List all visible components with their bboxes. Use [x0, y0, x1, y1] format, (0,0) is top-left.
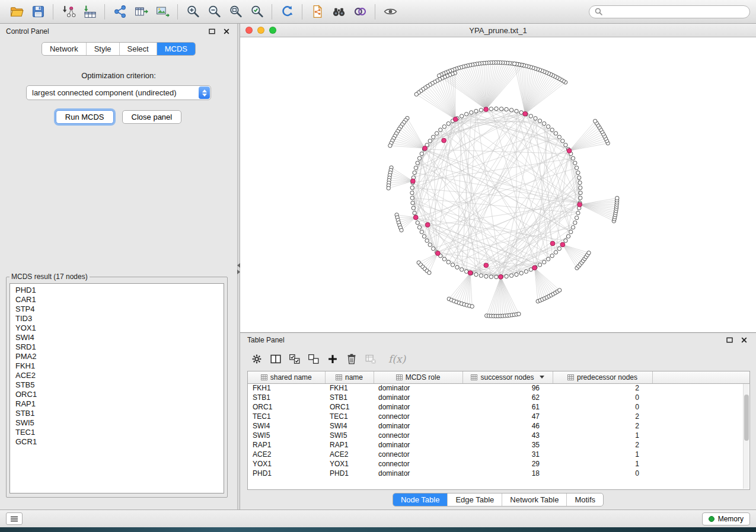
run-mcds-button[interactable]: Run MCDS	[56, 110, 114, 124]
search-box[interactable]	[589, 5, 750, 18]
function-builder-label[interactable]: f(x)	[388, 353, 406, 365]
gear-icon	[250, 352, 263, 366]
network-graph[interactable]	[240, 37, 756, 332]
tab-network-table[interactable]: Network Table	[502, 493, 567, 506]
mcds-result-item[interactable]: TID3	[15, 314, 218, 323]
columns-button[interactable]	[266, 350, 285, 368]
mcds-result-item[interactable]: ACE2	[15, 371, 218, 380]
splitter-collapse-icon[interactable]	[237, 263, 240, 274]
mcds-result-item[interactable]: STP4	[15, 305, 218, 314]
column-header-successor-nodes[interactable]: successor nodes	[462, 371, 553, 383]
export-network-button[interactable]	[109, 2, 130, 21]
mcds-result-list[interactable]: PHD1CAR1STP4TID3YOX1SWI4SRD1PMA2FKH1ACE2…	[9, 283, 224, 493]
export-table-button[interactable]	[130, 2, 152, 21]
zoom-selected-button[interactable]	[246, 2, 267, 21]
mcds-result-item[interactable]: STB1	[15, 409, 218, 418]
status-menu-button[interactable]	[6, 512, 23, 525]
table-row[interactable]: ORC1ORC1dominator610	[248, 402, 749, 412]
gear-button[interactable]	[247, 350, 266, 368]
table-cell-filler	[652, 383, 749, 393]
table-row[interactable]: PHD1PHD1dominator180	[248, 469, 749, 478]
mcds-result-item[interactable]: RAP1	[15, 399, 218, 409]
table-row[interactable]: SWI5SWI5connector431	[248, 431, 749, 440]
save-button[interactable]	[27, 2, 49, 21]
zoom-selected-icon	[250, 4, 264, 19]
table-row[interactable]: STB1STB1dominator620	[248, 393, 749, 402]
tab-style[interactable]: Style	[87, 43, 120, 55]
close-panel-button[interactable]	[221, 27, 231, 36]
delete-table-button[interactable]	[361, 350, 380, 368]
table-row[interactable]: FKH1FKH1dominator962	[248, 383, 749, 393]
trash-button[interactable]	[342, 350, 361, 368]
mcds-result-item[interactable]: SWI5	[15, 418, 218, 428]
float-panel-button[interactable]	[207, 27, 217, 36]
mcds-result-item[interactable]: SWI4	[15, 333, 218, 342]
mcds-result-item[interactable]: STB5	[15, 380, 218, 390]
share-document-button[interactable]	[307, 2, 328, 21]
mcds-result-item[interactable]: PMA2	[15, 352, 218, 361]
unselect-all-button[interactable]	[304, 350, 323, 368]
network-canvas[interactable]	[240, 37, 756, 332]
table-panel-tabs: Node TableEdge TableNetwork TableMotifs	[393, 493, 604, 507]
import-table-button[interactable]	[79, 2, 100, 21]
table-cell-filler	[652, 440, 749, 450]
mcds-result-item[interactable]: PHD1	[15, 286, 218, 295]
mcds-result-item[interactable]: YOX1	[15, 323, 218, 333]
close-table-panel-button[interactable]	[739, 335, 749, 345]
zoom-out-button[interactable]	[203, 2, 225, 21]
tab-network[interactable]: Network	[42, 43, 87, 55]
analyzer-icon	[353, 4, 368, 19]
mcds-result-item[interactable]: TEC1	[15, 428, 218, 437]
export-image-button[interactable]	[152, 2, 173, 21]
panel-splitter[interactable]	[237, 24, 240, 509]
table-cell: 43	[462, 431, 553, 440]
eye-icon	[383, 4, 398, 19]
export-table-icon	[134, 4, 149, 19]
select-all-button[interactable]	[285, 350, 304, 368]
mcds-result-item[interactable]: CAR1	[15, 295, 218, 305]
table-cell: 0	[553, 393, 652, 402]
float-table-panel-button[interactable]	[725, 335, 735, 345]
refresh-button[interactable]	[276, 2, 298, 21]
tab-select[interactable]: Select	[120, 43, 157, 55]
main-toolbar-icons	[6, 2, 401, 21]
binoculars-button[interactable]	[328, 2, 349, 21]
search-input[interactable]	[606, 8, 744, 16]
mcds-result-item[interactable]: SRD1	[15, 342, 218, 352]
mcds-result-item[interactable]: GCR1	[15, 437, 218, 447]
table-row[interactable]: ACE2ACE2connector311	[248, 450, 749, 459]
tab-motifs[interactable]: Motifs	[567, 493, 603, 506]
table-cell: 0	[553, 402, 652, 412]
memory-button[interactable]: Memory	[702, 512, 750, 525]
optimization-criterion-select[interactable]: largest connected component (undirected)	[26, 85, 211, 100]
mcds-result-item[interactable]: ORC1	[15, 390, 218, 399]
table-cell: ORC1	[325, 402, 374, 412]
analyzer-button[interactable]	[349, 2, 371, 21]
zoom-in-button[interactable]	[182, 2, 203, 21]
tab-mcds[interactable]: MCDS	[157, 43, 195, 55]
table-row[interactable]: RAP1RAP1dominator352	[248, 440, 749, 450]
table-scrollbar-thumb[interactable]	[744, 395, 749, 441]
tab-edge-table[interactable]: Edge Table	[448, 493, 502, 506]
column-header-label: successor nodes	[480, 373, 534, 382]
eye-button[interactable]	[379, 2, 401, 21]
table-row[interactable]: YOX1YOX1connector291	[248, 459, 749, 469]
table-row[interactable]: TEC1TEC1connector472	[248, 412, 749, 421]
zoom-fit-button[interactable]	[225, 2, 246, 21]
add-button[interactable]	[323, 350, 342, 368]
minimize-window-button[interactable]	[257, 27, 264, 34]
column-header-name[interactable]: name	[325, 371, 374, 383]
table-scrollbar[interactable]	[743, 384, 749, 489]
table-row[interactable]: SWI4SWI4dominator462	[248, 421, 749, 431]
column-header-mcds-role[interactable]: MCDS role	[374, 371, 462, 383]
hamburger-icon	[10, 516, 18, 522]
tab-node-table[interactable]: Node Table	[393, 493, 448, 506]
mcds-result-item[interactable]: FKH1	[15, 361, 218, 371]
column-header-shared-name[interactable]: shared name	[248, 371, 325, 383]
import-network-button[interactable]	[58, 2, 79, 21]
close-window-button[interactable]	[245, 27, 253, 34]
open-folder-button[interactable]	[6, 2, 27, 21]
maximize-window-button[interactable]	[269, 27, 276, 34]
column-header-predecessor-nodes[interactable]: predecessor nodes	[553, 371, 652, 383]
close-panel-action-button[interactable]: Close panel	[122, 110, 182, 124]
